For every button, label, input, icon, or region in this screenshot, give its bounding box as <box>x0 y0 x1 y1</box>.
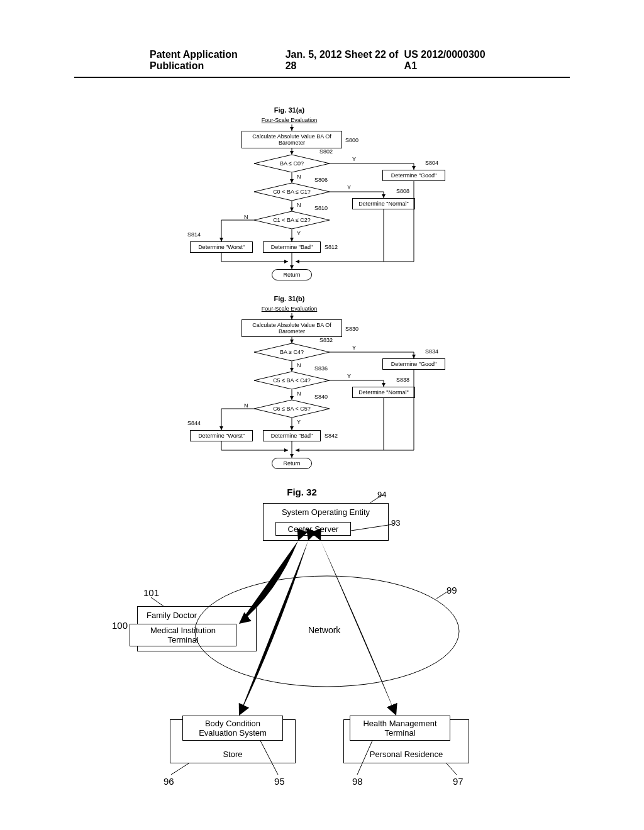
fig32-l97: 97 <box>453 776 464 787</box>
fig31b-d2: C5 ≤ BA < C4? <box>254 372 330 389</box>
fig31b-n2: N <box>297 390 301 397</box>
fig32-title: Fig. 32 <box>264 487 340 497</box>
fig31a-d2: C0 < BA ≤ C1? <box>254 183 330 201</box>
fig31a-y1: Y <box>352 156 356 162</box>
fig31a-y3: Y <box>297 230 301 236</box>
fig32-l101: 101 <box>143 587 159 598</box>
fig31a-s804: S804 <box>425 160 438 166</box>
fig31b-n3: N <box>244 402 248 409</box>
fig31a-good-box: Determine "Good" <box>382 170 445 181</box>
header-center: Jan. 5, 2012 Sheet 22 of 28 <box>286 49 404 72</box>
fig32-l96: 96 <box>164 776 174 787</box>
fig31a-d3: C1 < BA ≤ C2? <box>254 211 330 229</box>
svg-line-31 <box>447 763 457 775</box>
fig31a-bad-box: Determine "Bad" <box>263 241 321 253</box>
fig32-network-text: Network <box>308 625 340 635</box>
fig31b-bad-box: Determine "Bad" <box>263 430 321 441</box>
fig31a-subtitle: Four-Scale Evaluation <box>252 117 327 123</box>
fig32-bce-box: Body Condition Evaluation System <box>182 716 283 741</box>
fig31a-s814: S814 <box>187 231 201 238</box>
fig31b-s842: S842 <box>325 433 338 439</box>
fig31b-y3: Y <box>297 419 301 425</box>
fig31a-y2: Y <box>347 184 351 191</box>
fig31b-worst-box: Determine "Worst" <box>190 430 253 441</box>
fig32-l95: 95 <box>274 776 285 787</box>
fig31b-title: Fig. 31(b) <box>252 295 327 302</box>
fig31a-n3: N <box>244 214 248 220</box>
fig32-l93: 93 <box>391 518 400 528</box>
fig32-l98: 98 <box>352 776 363 787</box>
header-right: US 2012/0000300 A1 <box>404 49 494 72</box>
fig31a-d1-text: BA ≤ C0? <box>254 155 330 172</box>
fig31a-return-box: Return <box>272 269 312 280</box>
fig31a-title: Fig. 31(a) <box>252 106 327 114</box>
fig31b-s840: S840 <box>314 394 328 400</box>
svg-line-29 <box>171 763 189 775</box>
fig31a-n1: N <box>297 174 301 180</box>
fig31a-d3-text: C1 < BA ≤ C2? <box>254 211 330 229</box>
fig31b-s834: S834 <box>425 348 438 355</box>
fig31a-worst-box: Determine "Worst" <box>190 241 253 253</box>
fig31a-s802: S802 <box>319 148 333 155</box>
fig31b-calc-box: Calculate Absolute Value BA Of Barometer <box>242 319 342 337</box>
fig31b-s830: S830 <box>345 326 358 332</box>
fig31b-normal-box: Determine "Normal" <box>352 387 415 398</box>
fig31b-subtitle: Four-Scale Evaluation <box>252 306 327 312</box>
page-header: Patent Application Publication Jan. 5, 2… <box>74 0 570 78</box>
fig32-l100: 100 <box>112 620 128 631</box>
svg-line-27 <box>151 597 164 606</box>
fig31b-d1: BA ≥ C4? <box>254 343 330 361</box>
fig31b-d1-text: BA ≥ C4? <box>254 343 330 361</box>
fig32-l94: 94 <box>377 490 386 499</box>
fig31a-s812: S812 <box>325 244 338 250</box>
fig31b-d3-text: C6 ≤ BA < C5? <box>254 400 330 418</box>
fig31b-s836: S836 <box>314 365 328 372</box>
fig31a-d2-text: C0 < BA ≤ C1? <box>254 183 330 201</box>
fig32-l99: 99 <box>447 585 457 595</box>
fig31a-s810: S810 <box>314 205 328 211</box>
fig31a-s808: S808 <box>396 188 409 194</box>
fig31a-normal-box: Determine "Normal" <box>352 198 415 209</box>
fig31b-good-box: Determine "Good" <box>382 358 445 370</box>
fig31b-d3: C6 ≤ BA < C5? <box>254 400 330 418</box>
fig31a-calc-box: Calculate Absolute Value BA Of Barometer <box>242 131 342 148</box>
fig31b-n1: N <box>297 362 301 368</box>
fig31b-y1: Y <box>352 345 356 351</box>
fig31a-s800: S800 <box>345 137 358 143</box>
fig31a-n2: N <box>297 202 301 208</box>
fig32-hmt-box: Health Management Terminal <box>350 716 450 741</box>
fig31a-d1: BA ≤ C0? <box>254 155 330 172</box>
fig31b-s838: S838 <box>396 377 409 383</box>
fig31b-return-box: Return <box>272 458 312 469</box>
fig32-center-server-box: Center Server <box>275 522 351 536</box>
fig31b-s844: S844 <box>187 420 201 426</box>
fig31b-d2-text: C5 ≤ BA < C4? <box>254 372 330 389</box>
fig31b-s832: S832 <box>319 337 333 343</box>
fig31a-s806: S806 <box>314 177 328 183</box>
header-left: Patent Application Publication <box>150 49 286 72</box>
fig31b-y2: Y <box>347 373 351 379</box>
